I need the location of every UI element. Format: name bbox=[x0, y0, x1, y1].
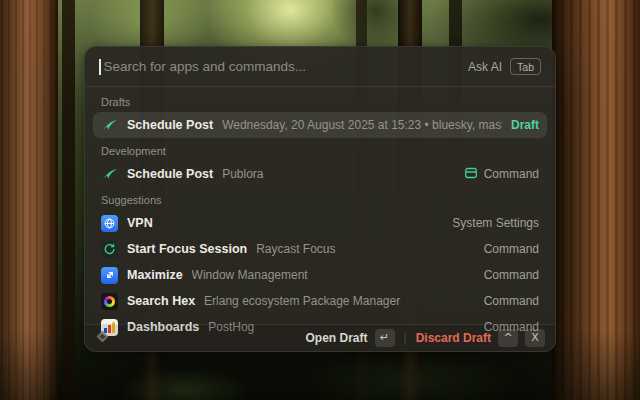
x-key-badge: X bbox=[525, 329, 545, 347]
screenshot-root: Ask AI Tab Drafts Schedule Post Wednesda… bbox=[0, 0, 640, 400]
item-title: VPN bbox=[127, 216, 153, 230]
maximize-icon bbox=[101, 267, 118, 284]
return-key-badge: ↵ bbox=[375, 329, 395, 347]
item-subtitle: Window Management bbox=[192, 268, 475, 282]
search-bar: Ask AI Tab bbox=[85, 47, 555, 87]
publora-bird-icon bbox=[101, 166, 118, 183]
section-header-suggestions: Suggestions bbox=[93, 187, 547, 210]
item-type-label: Command bbox=[484, 268, 539, 282]
list-item-schedule-post-command[interactable]: Schedule Post Publora Command bbox=[93, 161, 547, 187]
publora-bird-icon bbox=[101, 117, 118, 134]
item-title: Start Focus Session bbox=[127, 242, 247, 256]
item-title: Schedule Post bbox=[127, 118, 213, 132]
item-type-label: Command bbox=[484, 167, 539, 181]
raycast-logo-icon bbox=[95, 329, 110, 348]
control-key-badge: ^ bbox=[498, 329, 518, 347]
list-item-search-hex[interactable]: Search Hex Erlang ecosystem Package Mana… bbox=[93, 288, 547, 314]
action-bar: Open Draft ↵ | Discard Draft ^ X bbox=[85, 324, 555, 351]
discard-draft-button[interactable]: Discard Draft ^ X bbox=[416, 329, 545, 347]
item-subtitle: Raycast Focus bbox=[256, 242, 474, 256]
list-item-schedule-post-draft[interactable]: Schedule Post Wednesday, 20 August 2025 … bbox=[93, 112, 547, 138]
results-list: Drafts Schedule Post Wednesday, 20 Augus… bbox=[85, 87, 555, 340]
footer-separator: | bbox=[404, 331, 407, 345]
tab-key-badge: Tab bbox=[510, 58, 541, 75]
item-type-label: Command bbox=[484, 242, 539, 256]
item-type-label: Command bbox=[484, 294, 539, 308]
raycast-window: Ask AI Tab Drafts Schedule Post Wednesda… bbox=[84, 46, 556, 352]
item-type-label: System Settings bbox=[452, 216, 539, 230]
item-title: Schedule Post bbox=[127, 167, 213, 181]
list-item-vpn[interactable]: VPN System Settings bbox=[93, 210, 547, 236]
item-title: Maximize bbox=[127, 268, 183, 282]
text-cursor bbox=[99, 59, 101, 75]
section-header-development: Development bbox=[93, 138, 547, 161]
draft-badge: Draft bbox=[511, 118, 539, 132]
focus-icon bbox=[101, 241, 118, 258]
ask-ai-label[interactable]: Ask AI bbox=[468, 60, 502, 74]
item-subtitle: Erlang ecosystem Package Manager bbox=[204, 294, 475, 308]
search-input[interactable] bbox=[104, 59, 459, 74]
list-item-start-focus-session[interactable]: Start Focus Session Raycast Focus Comman… bbox=[93, 236, 547, 262]
item-title: Search Hex bbox=[127, 294, 195, 308]
command-window-icon bbox=[464, 166, 478, 183]
section-header-drafts: Drafts bbox=[93, 89, 547, 112]
list-item-maximize[interactable]: Maximize Window Management Command bbox=[93, 262, 547, 288]
vpn-icon bbox=[101, 215, 118, 232]
hex-icon bbox=[101, 293, 118, 310]
item-subtitle: Publora bbox=[222, 167, 455, 181]
open-draft-button[interactable]: Open Draft ↵ bbox=[306, 329, 395, 347]
item-subtitle: Wednesday, 20 August 2025 at 15:23 • blu… bbox=[222, 118, 502, 132]
